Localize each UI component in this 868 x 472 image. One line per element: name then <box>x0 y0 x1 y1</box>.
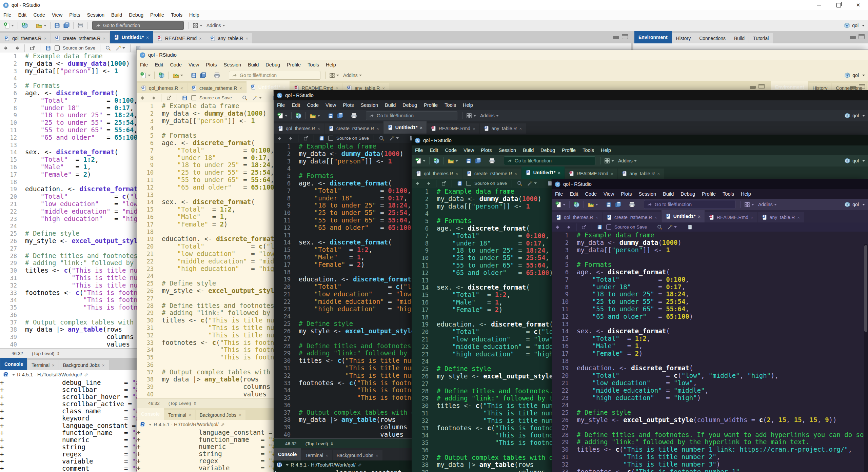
menu-debug[interactable]: Debug <box>125 12 147 18</box>
panes-grid-button[interactable] <box>743 202 756 208</box>
console-tab-background-jobs[interactable]: Background Jobs× <box>196 410 245 420</box>
menu-code[interactable]: Code <box>30 12 48 18</box>
menu-help[interactable]: Help <box>186 12 203 18</box>
print-button[interactable] <box>627 201 637 208</box>
save-doc-icon[interactable] <box>455 181 464 186</box>
close-tab-icon[interactable]: × <box>611 171 613 176</box>
forward-icon[interactable] <box>424 181 433 186</box>
source-tab-readme-rmd[interactable]: mdREADME.Rmd× <box>427 123 479 134</box>
compile-report-icon[interactable] <box>686 224 694 230</box>
close-tab-icon[interactable]: × <box>103 36 105 41</box>
console-tab-background-jobs[interactable]: Background Jobs× <box>333 450 382 460</box>
menu-help[interactable]: Help <box>459 102 476 108</box>
new-project-button[interactable] <box>572 201 581 208</box>
menu-help[interactable]: Help <box>322 62 339 67</box>
close-tab-icon[interactable]: × <box>558 170 560 175</box>
close-tab-icon[interactable]: × <box>657 171 660 176</box>
close-tab-icon[interactable]: × <box>44 36 46 41</box>
new-file-button[interactable] <box>2 22 16 28</box>
menu-tools[interactable]: Tools <box>579 148 597 153</box>
addins-button[interactable]: Addins <box>756 202 778 207</box>
menu-edit[interactable]: Edit <box>15 12 30 18</box>
env-tab-history[interactable]: History <box>672 33 695 43</box>
env-tab-build[interactable]: Build <box>730 33 749 43</box>
title-bar[interactable]: Rqol - RStudio <box>412 135 868 145</box>
source-tab-untitled1-[interactable]: RUntitled1*× <box>383 121 427 134</box>
addins-button[interactable]: Addins <box>341 73 363 78</box>
menu-session[interactable]: Session <box>635 191 659 197</box>
menu-view[interactable]: View <box>460 148 477 153</box>
source-tab-any-table-r[interactable]: Rany_table.R× <box>758 212 804 222</box>
menu-file[interactable]: File <box>0 12 15 18</box>
save-doc-icon[interactable] <box>595 224 604 230</box>
source-on-save-checkbox[interactable] <box>191 95 196 100</box>
project-selector[interactable]: Rqol <box>844 201 865 208</box>
popout-icon[interactable] <box>28 45 37 51</box>
source-pane-buttons[interactable] <box>613 34 628 39</box>
save-all-button[interactable] <box>198 72 208 78</box>
env-tab-tutorial[interactable]: Tutorial <box>749 33 773 43</box>
addins-button[interactable]: Addins <box>478 113 500 118</box>
console-tab-console[interactable]: Console <box>0 358 27 370</box>
menu-plots[interactable]: Plots <box>202 62 220 67</box>
source-on-save-checkbox[interactable] <box>466 181 471 186</box>
console-tab-terminal[interactable]: Terminal× <box>301 450 332 460</box>
addins-button[interactable]: Addins <box>204 23 227 28</box>
menu-view[interactable]: View <box>322 102 339 108</box>
close-tab-icon[interactable]: × <box>420 125 422 130</box>
env-pane-buttons[interactable] <box>850 84 865 89</box>
menu-edit[interactable]: Edit <box>288 102 303 108</box>
menu-view[interactable]: View <box>185 62 202 67</box>
panes-grid-button[interactable] <box>603 158 616 164</box>
close-tab-icon[interactable]: × <box>239 413 241 418</box>
menu-build[interactable]: Build <box>244 62 262 67</box>
code-editor[interactable]: 1# Example data frame2my_data <- dummy_d… <box>552 232 868 472</box>
source-tab-readme-rmd[interactable]: mdREADME.Rmd× <box>153 33 206 43</box>
menu-file[interactable]: File <box>137 62 151 67</box>
title-bar[interactable]: Rqol - RStudio <box>274 90 868 100</box>
menu-session[interactable]: Session <box>357 102 381 108</box>
title-bar[interactable]: Rqol - RStudio <box>137 50 868 60</box>
find-replace-icon[interactable] <box>515 181 524 186</box>
project-selector[interactable]: Rqol <box>844 113 865 119</box>
find-replace-icon[interactable] <box>104 45 113 51</box>
console-tab-console[interactable]: Console <box>137 408 164 420</box>
console-tab-console[interactable]: Console <box>274 448 301 460</box>
forward-icon[interactable] <box>286 136 295 141</box>
back-icon[interactable] <box>2 45 11 51</box>
menu-code[interactable]: Code <box>441 148 460 153</box>
popout-icon[interactable] <box>165 95 173 100</box>
open-file-button[interactable] <box>34 22 48 29</box>
find-replace-icon[interactable] <box>377 136 386 141</box>
menu-edit[interactable]: Edit <box>566 191 581 197</box>
goto-file-function-input[interactable]: Go to file/function <box>644 200 735 209</box>
code-tools-icon[interactable] <box>666 224 678 230</box>
close-tab-icon[interactable]: × <box>455 171 458 176</box>
console-tab-background-jobs[interactable]: Background Jobs× <box>59 360 109 370</box>
source-tab-qol-themes-r[interactable]: Rqol_themes.R× <box>274 123 324 134</box>
close-tab-icon[interactable]: × <box>473 126 475 131</box>
close-tab-icon[interactable]: × <box>52 363 55 368</box>
title-bar[interactable]: Rqol - RStudio <box>552 179 868 189</box>
save-all-button[interactable] <box>613 201 623 208</box>
save-button[interactable] <box>604 202 613 208</box>
source-tab-qol-themes-r[interactable]: Rqol_themes.R× <box>552 212 602 222</box>
env-tab-environment[interactable]: Environment <box>634 31 672 43</box>
new-project-button[interactable] <box>432 158 441 164</box>
source-tab-untitled1-[interactable]: RUntitled1*× <box>110 31 153 43</box>
console-popout-icon[interactable]: ⇗ <box>84 372 88 377</box>
title-bar[interactable]: Rqol - RStudio✕ <box>0 0 868 10</box>
menu-debug[interactable]: Debug <box>677 191 698 197</box>
source-tab-qol-themes-r[interactable]: Rqol_themes.R× <box>137 83 187 93</box>
menu-profile[interactable]: Profile <box>283 62 304 67</box>
source-on-save-checkbox[interactable] <box>55 45 60 51</box>
menu-code[interactable]: Code <box>166 62 185 67</box>
console-tab-terminal[interactable]: Terminal× <box>27 360 59 370</box>
close-tab-icon[interactable]: × <box>376 126 379 131</box>
new-file-button[interactable] <box>554 201 567 208</box>
goto-file-function-input[interactable]: Go to file/function <box>229 71 320 80</box>
menu-code[interactable]: Code <box>303 102 322 108</box>
save-all-button[interactable] <box>473 158 483 164</box>
menu-help[interactable]: Help <box>597 148 614 153</box>
source-tab-create-rstheme-r[interactable]: Rcreate_rstheme.R× <box>462 169 521 179</box>
